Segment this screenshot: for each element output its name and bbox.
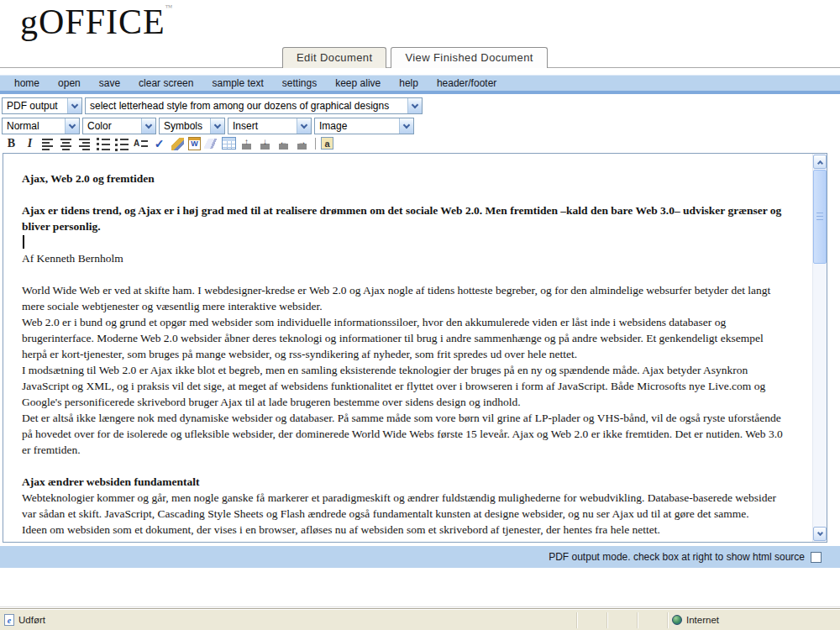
ie-document-icon: e bbox=[4, 614, 14, 626]
format-painter-icon[interactable] bbox=[170, 136, 186, 151]
split-cell-icon[interactable]: ↓ bbox=[257, 136, 273, 151]
zone-text: Internet bbox=[686, 615, 719, 625]
image-select-value: Image bbox=[315, 120, 399, 132]
delete-column-icon[interactable]: → bbox=[294, 136, 310, 151]
letterhead-style-value: select letterhead style from among our d… bbox=[86, 100, 407, 112]
chevron-down-icon[interactable] bbox=[297, 118, 311, 134]
status-pane-empty bbox=[638, 612, 668, 628]
chevron-down-icon[interactable] bbox=[67, 98, 81, 113]
chevron-down-icon[interactable] bbox=[210, 118, 224, 134]
paragraph-style-select[interactable]: Normal bbox=[2, 118, 80, 134]
bullet-list-icon[interactable] bbox=[114, 136, 130, 151]
tab-bar: Edit Document View Finished Document bbox=[282, 47, 548, 68]
chevron-down-icon[interactable] bbox=[141, 118, 155, 134]
eraser-icon[interactable] bbox=[203, 136, 219, 151]
tab-view-finished-document[interactable]: View Finished Document bbox=[391, 47, 547, 68]
color-select[interactable]: Color bbox=[82, 118, 156, 134]
align-center-icon[interactable] bbox=[59, 136, 75, 151]
paragraph-style-value: Normal bbox=[3, 120, 65, 132]
scroll-up-icon[interactable] bbox=[813, 155, 827, 169]
document-paragraph-clipped: Ideen om websiden som et dokument, der v… bbox=[22, 522, 787, 538]
menu-item-clear-screen[interactable]: clear screen bbox=[129, 77, 202, 89]
align-right-icon[interactable] bbox=[77, 136, 93, 151]
document-paragraph: World Wide Web er ved at skifte ham. I w… bbox=[22, 282, 787, 314]
status-pane: e Udført bbox=[0, 612, 577, 628]
document-subheading: Ajax ændrer websiden fundamentalt bbox=[22, 474, 787, 490]
app-logo: gOFFICE™ bbox=[20, 2, 173, 42]
menu-item-save[interactable]: save bbox=[90, 77, 129, 89]
paste-from-word-icon[interactable]: W bbox=[188, 137, 201, 150]
menu-item-settings[interactable]: settings bbox=[273, 77, 326, 89]
image-select[interactable]: Image bbox=[314, 118, 414, 134]
menu-item-header-footer[interactable]: header/footer bbox=[428, 77, 506, 89]
editor-area[interactable]: Ajax, Web 2.0 og fremtiden Ajax er tiden… bbox=[3, 153, 827, 543]
align-left-icon[interactable] bbox=[40, 136, 56, 151]
app-logo-text: gOFFICE bbox=[20, 3, 165, 41]
status-pane-empty bbox=[577, 612, 607, 628]
chevron-down-icon[interactable] bbox=[407, 98, 422, 113]
blank-line bbox=[22, 266, 787, 282]
globe-icon bbox=[672, 615, 682, 625]
insert-select-value: Insert bbox=[228, 120, 297, 132]
editor-scrollbar[interactable] bbox=[812, 154, 827, 542]
output-format-value: PDF output bbox=[3, 100, 67, 112]
insert-row-icon[interactable]: ↑ bbox=[239, 136, 255, 151]
numbered-list-icon[interactable] bbox=[96, 136, 112, 151]
trademark-symbol: ™ bbox=[165, 3, 173, 12]
menu-item-keep-alive[interactable]: keep alive bbox=[326, 77, 390, 89]
output-select-row: PDF output select letterhead style from … bbox=[2, 97, 423, 114]
goffice-app: gOFFICE™ Edit Document View Finished Doc… bbox=[0, 0, 840, 630]
menu-item-open[interactable]: open bbox=[49, 77, 90, 89]
document-paragraph: Web 2.0 er i bund og grund et opgør med … bbox=[22, 314, 787, 362]
document-paragraph: Det er altså ikke længere nok med dynami… bbox=[22, 410, 787, 458]
format-select-row: Normal Color Symbols Insert Image bbox=[2, 118, 414, 134]
insert-select[interactable]: Insert bbox=[228, 118, 312, 134]
content-bottom-divider bbox=[0, 606, 840, 607]
chevron-down-icon[interactable] bbox=[65, 118, 79, 134]
tab-edit-document[interactable]: Edit Document bbox=[282, 47, 386, 68]
toolbar-separator bbox=[315, 138, 316, 150]
blank-line bbox=[22, 458, 787, 474]
formatting-toolbar: B I A ✓ W ↑ ↓ ← → a bbox=[2, 134, 335, 152]
html-mode-icon[interactable]: a bbox=[321, 137, 333, 150]
document-lead: Ajax er tidens trend, og Ajax er i høj g… bbox=[22, 202, 787, 234]
document-paragraph: Webteknologier kommer og går, men nogle … bbox=[22, 490, 787, 522]
security-zone-pane: Internet bbox=[668, 612, 840, 628]
html-source-checkbox[interactable] bbox=[811, 552, 822, 563]
document-content[interactable]: Ajax, Web 2.0 og fremtiden Ajax er tiden… bbox=[3, 154, 812, 542]
blank-line bbox=[22, 186, 787, 202]
scrollbar-thumb[interactable] bbox=[813, 170, 827, 264]
cursor-line bbox=[22, 234, 787, 250]
pdf-mode-note-bar: PDF output mode. check box at right to s… bbox=[0, 546, 840, 568]
output-format-select[interactable]: PDF output bbox=[2, 97, 82, 114]
scroll-down-icon[interactable] bbox=[813, 527, 827, 541]
line-style-icon[interactable]: A bbox=[133, 136, 149, 151]
spellcheck-icon[interactable]: ✓ bbox=[151, 136, 167, 151]
status-text: Udført bbox=[18, 615, 45, 625]
document-heading: Ajax, Web 2.0 og fremtiden bbox=[22, 171, 787, 186]
document-byline: Af Kenneth Bernholm bbox=[22, 250, 787, 266]
document-paragraph: I modsætning til Web 2.0 er Ajax ikke bl… bbox=[22, 362, 787, 410]
italic-icon[interactable]: I bbox=[22, 136, 38, 151]
menu-bar: home open save clear screen sample text … bbox=[0, 75, 840, 94]
insert-table-icon[interactable] bbox=[222, 137, 236, 150]
pdf-mode-note: PDF output mode. check box at right to s… bbox=[549, 551, 805, 563]
symbols-select-value: Symbols bbox=[160, 120, 210, 132]
menu-item-home[interactable]: home bbox=[5, 77, 49, 89]
chevron-down-icon[interactable] bbox=[399, 118, 413, 134]
status-pane-empty bbox=[607, 612, 638, 628]
color-select-value: Color bbox=[83, 120, 141, 132]
symbols-select[interactable]: Symbols bbox=[159, 118, 225, 134]
menu-item-help[interactable]: help bbox=[390, 77, 428, 89]
menu-item-sample-text[interactable]: sample text bbox=[202, 77, 272, 89]
status-bar: e Udført Internet bbox=[0, 609, 840, 630]
bold-icon[interactable]: B bbox=[3, 136, 19, 151]
text-cursor bbox=[23, 235, 24, 249]
insert-column-icon[interactable]: ← bbox=[276, 136, 291, 151]
letterhead-style-select[interactable]: select letterhead style from among our d… bbox=[85, 97, 423, 114]
